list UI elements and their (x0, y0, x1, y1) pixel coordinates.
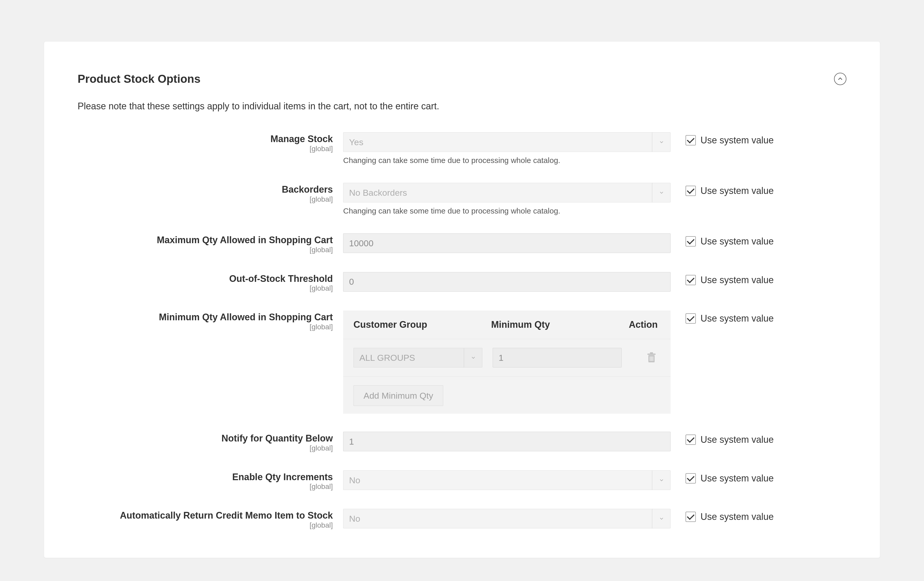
use-system-value-checkbox[interactable] (686, 135, 696, 145)
collapse-toggle[interactable] (834, 73, 846, 85)
backorders-select[interactable]: No Backorders (343, 183, 671, 203)
min-qty-header-action: Action (629, 319, 660, 330)
oos-threshold-label: Out-of-Stock Threshold (78, 274, 333, 284)
max-qty-input[interactable] (343, 233, 671, 253)
section-title: Product Stock Options (78, 73, 201, 85)
field-manage-stock: Manage Stock [global] Yes Changing can t… (78, 132, 846, 165)
use-system-value-checkbox[interactable] (686, 473, 696, 484)
use-system-value-label: Use system value (700, 473, 774, 484)
scope-label: [global] (78, 323, 333, 331)
section-note: Please note that these settings apply to… (78, 101, 846, 112)
scope-label: [global] (78, 246, 333, 254)
auto-return-select[interactable]: No (343, 509, 671, 528)
section-header: Product Stock Options (78, 73, 846, 85)
field-min-qty: Minimum Qty Allowed in Shopping Cart [gl… (78, 310, 846, 414)
notify-below-input[interactable] (343, 432, 671, 451)
oos-threshold-input[interactable] (343, 272, 671, 292)
svg-rect-4 (651, 357, 652, 361)
manage-stock-select[interactable]: Yes (343, 132, 671, 152)
min-qty-header-group: Customer Group (353, 319, 481, 330)
use-system-value-label: Use system value (700, 512, 774, 522)
manage-stock-label: Manage Stock (78, 134, 333, 144)
use-system-value-label: Use system value (700, 434, 774, 445)
use-system-value-checkbox[interactable] (686, 434, 696, 445)
auto-return-label: Automatically Return Credit Memo Item to… (78, 510, 333, 521)
chevron-down-icon (652, 132, 671, 152)
scope-label: [global] (78, 521, 333, 530)
min-qty-value-input[interactable] (493, 348, 622, 368)
scope-label: [global] (78, 195, 333, 203)
svg-rect-5 (653, 357, 653, 361)
chevron-down-icon (652, 509, 671, 528)
use-system-value-label: Use system value (700, 236, 774, 247)
delete-row-button[interactable] (644, 350, 659, 365)
manage-stock-help: Changing can take some time due to proce… (343, 156, 671, 165)
field-notify-below: Notify for Quantity Below [global] Use s… (78, 432, 846, 452)
scope-label: [global] (78, 284, 333, 292)
scope-label: [global] (78, 444, 333, 452)
min-qty-label: Minimum Qty Allowed in Shopping Cart (78, 312, 333, 322)
field-auto-return: Automatically Return Credit Memo Item to… (78, 509, 846, 530)
use-system-value-checkbox[interactable] (686, 512, 696, 522)
use-system-value-label: Use system value (700, 185, 774, 196)
chevron-up-icon (838, 76, 843, 81)
svg-rect-3 (650, 357, 650, 361)
use-system-value-checkbox[interactable] (686, 313, 696, 324)
chevron-down-icon (652, 183, 671, 203)
use-system-value-label: Use system value (700, 275, 774, 286)
min-qty-row: ALL GROUPS (343, 339, 671, 376)
add-minimum-qty-button[interactable]: Add Minimum Qty (353, 385, 443, 406)
field-qty-increments: Enable Qty Increments [global] No Use sy… (78, 470, 846, 491)
product-stock-options-panel: Product Stock Options Please note that t… (44, 41, 880, 558)
use-system-value-label: Use system value (700, 135, 774, 146)
qty-increments-label: Enable Qty Increments (78, 472, 333, 482)
field-max-qty: Maximum Qty Allowed in Shopping Cart [gl… (78, 233, 846, 254)
customer-group-select[interactable]: ALL GROUPS (353, 348, 482, 368)
chevron-down-icon (652, 470, 671, 490)
svg-rect-2 (650, 352, 653, 353)
use-system-value-label: Use system value (700, 313, 774, 324)
backorders-label: Backorders (78, 184, 333, 195)
trash-icon (646, 352, 657, 363)
chevron-down-icon (464, 348, 482, 368)
backorders-help: Changing can take some time due to proce… (343, 206, 671, 215)
max-qty-label: Maximum Qty Allowed in Shopping Cart (78, 235, 333, 245)
use-system-value-checkbox[interactable] (686, 236, 696, 246)
use-system-value-checkbox[interactable] (686, 275, 696, 285)
svg-rect-1 (647, 353, 656, 355)
field-backorders: Backorders [global] No Backorders Changi… (78, 183, 846, 215)
field-oos-threshold: Out-of-Stock Threshold [global] Use syst… (78, 272, 846, 293)
min-qty-table: Customer Group Minimum Qty Action ALL GR… (343, 310, 671, 414)
min-qty-header-qty: Minimum Qty (491, 319, 619, 330)
notify-below-label: Notify for Quantity Below (78, 433, 333, 444)
scope-label: [global] (78, 145, 333, 153)
qty-increments-select[interactable]: No (343, 470, 671, 490)
use-system-value-checkbox[interactable] (686, 186, 696, 196)
scope-label: [global] (78, 482, 333, 491)
